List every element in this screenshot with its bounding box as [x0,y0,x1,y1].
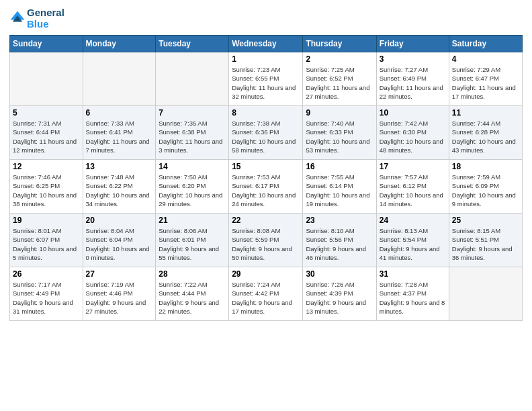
calendar-cell: 18Sunrise: 7:59 AMSunset: 6:09 PMDayligh… [449,160,522,214]
calendar-cell: 13Sunrise: 7:48 AMSunset: 6:22 PMDayligh… [83,160,156,214]
header: General Blue [9,7,523,30]
logo: General Blue [9,7,64,30]
calendar-cell: 3Sunrise: 7:27 AMSunset: 6:49 PMDaylight… [376,52,449,106]
day-number: 1 [232,54,300,64]
day-info: Sunrise: 7:28 AMSunset: 4:37 PMDaylight:… [380,280,446,316]
day-number: 2 [306,54,373,64]
day-number: 29 [232,269,300,279]
calendar-week-row: 19Sunrise: 8:01 AMSunset: 6:07 PMDayligh… [10,214,523,267]
calendar-cell: 25Sunrise: 8:15 AMSunset: 5:51 PMDayligh… [449,214,522,267]
day-number: 25 [452,216,519,225]
logo-icon [9,10,26,26]
day-number: 4 [452,54,519,64]
day-info: Sunrise: 7:53 AMSunset: 6:17 PMDaylight:… [232,173,300,208]
day-info: Sunrise: 7:44 AMSunset: 6:28 PMDaylight:… [452,119,519,154]
day-info: Sunrise: 7:55 AMSunset: 6:14 PMDaylight:… [306,173,373,208]
day-number: 12 [13,162,80,171]
calendar-cell: 16Sunrise: 7:55 AMSunset: 6:14 PMDayligh… [303,160,376,214]
day-info: Sunrise: 7:48 AMSunset: 6:22 PMDaylight:… [86,173,153,208]
calendar-cell [449,267,522,321]
day-number: 18 [452,162,519,171]
day-number: 28 [159,269,226,279]
day-info: Sunrise: 7:50 AMSunset: 6:20 PMDaylight:… [159,173,226,208]
calendar-week-row: 5Sunrise: 7:31 AMSunset: 6:44 PMDaylight… [10,106,523,160]
day-info: Sunrise: 7:27 AMSunset: 6:49 PMDaylight:… [380,65,446,101]
weekday-header-row: SundayMondayTuesdayWednesdayThursdayFrid… [10,36,523,52]
calendar-cell: 23Sunrise: 8:10 AMSunset: 5:56 PMDayligh… [303,214,376,267]
calendar-cell: 14Sunrise: 7:50 AMSunset: 6:20 PMDayligh… [156,160,229,214]
weekday-header-wednesday: Wednesday [229,36,303,52]
day-info: Sunrise: 7:25 AMSunset: 6:52 PMDaylight:… [306,65,373,101]
day-info: Sunrise: 7:22 AMSunset: 4:44 PMDaylight:… [159,280,226,316]
day-number: 13 [86,162,153,171]
day-info: Sunrise: 7:24 AMSunset: 4:42 PMDaylight:… [232,280,300,316]
day-number: 15 [232,162,300,171]
day-info: Sunrise: 7:38 AMSunset: 6:36 PMDaylight:… [232,119,300,154]
calendar-week-row: 12Sunrise: 7:46 AMSunset: 6:25 PMDayligh… [10,160,523,214]
calendar-cell: 28Sunrise: 7:22 AMSunset: 4:44 PMDayligh… [156,267,229,321]
day-number: 7 [159,108,226,118]
day-number: 31 [380,269,446,279]
day-number: 23 [306,216,373,225]
calendar-cell: 4Sunrise: 7:29 AMSunset: 6:47 PMDaylight… [449,52,522,106]
day-info: Sunrise: 7:19 AMSunset: 4:46 PMDaylight:… [86,280,153,316]
calendar-cell [156,52,229,106]
day-number: 11 [452,108,519,118]
calendar-cell: 11Sunrise: 7:44 AMSunset: 6:28 PMDayligh… [449,106,522,160]
weekday-header-friday: Friday [376,36,449,52]
day-info: Sunrise: 7:23 AMSunset: 6:55 PMDaylight:… [232,65,300,101]
day-info: Sunrise: 8:13 AMSunset: 5:54 PMDaylight:… [380,226,446,262]
day-info: Sunrise: 7:26 AMSunset: 4:39 PMDaylight:… [306,280,373,316]
calendar-cell: 21Sunrise: 8:06 AMSunset: 6:01 PMDayligh… [156,214,229,267]
day-number: 9 [306,108,373,118]
calendar-cell: 22Sunrise: 8:08 AMSunset: 5:59 PMDayligh… [229,214,303,267]
calendar-cell: 24Sunrise: 8:13 AMSunset: 5:54 PMDayligh… [376,214,449,267]
weekday-header-sunday: Sunday [10,36,83,52]
day-number: 6 [86,108,153,118]
day-number: 16 [306,162,373,171]
day-number: 10 [380,108,446,118]
calendar-cell: 30Sunrise: 7:26 AMSunset: 4:39 PMDayligh… [303,267,376,321]
logo-text: General Blue [27,7,64,30]
calendar-cell: 5Sunrise: 7:31 AMSunset: 6:44 PMDaylight… [10,106,83,160]
calendar-table: SundayMondayTuesdayWednesdayThursdayFrid… [9,35,523,321]
day-info: Sunrise: 7:59 AMSunset: 6:09 PMDaylight:… [452,173,519,208]
day-info: Sunrise: 7:42 AMSunset: 6:30 PMDaylight:… [380,119,446,154]
day-number: 20 [86,216,153,225]
calendar-cell: 15Sunrise: 7:53 AMSunset: 6:17 PMDayligh… [229,160,303,214]
calendar-cell: 1Sunrise: 7:23 AMSunset: 6:55 PMDaylight… [229,52,303,106]
calendar-cell [83,52,156,106]
weekday-header-saturday: Saturday [449,36,522,52]
calendar-page: General Blue SundayMondayTuesdayWednesda… [0,0,532,411]
day-number: 17 [380,162,446,171]
day-info: Sunrise: 7:35 AMSunset: 6:38 PMDaylight:… [159,119,226,154]
calendar-cell: 20Sunrise: 8:04 AMSunset: 6:04 PMDayligh… [83,214,156,267]
day-info: Sunrise: 8:04 AMSunset: 6:04 PMDaylight:… [86,226,153,262]
calendar-cell: 12Sunrise: 7:46 AMSunset: 6:25 PMDayligh… [10,160,83,214]
day-info: Sunrise: 8:15 AMSunset: 5:51 PMDaylight:… [452,226,519,262]
day-number: 24 [380,216,446,225]
calendar-cell: 2Sunrise: 7:25 AMSunset: 6:52 PMDaylight… [303,52,376,106]
day-number: 5 [13,108,80,118]
day-info: Sunrise: 7:29 AMSunset: 6:47 PMDaylight:… [452,65,519,101]
weekday-header-thursday: Thursday [303,36,376,52]
day-info: Sunrise: 7:17 AMSunset: 4:49 PMDaylight:… [13,280,80,316]
calendar-cell: 17Sunrise: 7:57 AMSunset: 6:12 PMDayligh… [376,160,449,214]
calendar-week-row: 1Sunrise: 7:23 AMSunset: 6:55 PMDaylight… [10,52,523,106]
calendar-cell: 31Sunrise: 7:28 AMSunset: 4:37 PMDayligh… [376,267,449,321]
calendar-cell: 10Sunrise: 7:42 AMSunset: 6:30 PMDayligh… [376,106,449,160]
calendar-cell: 19Sunrise: 8:01 AMSunset: 6:07 PMDayligh… [10,214,83,267]
day-number: 14 [159,162,226,171]
calendar-cell [10,52,83,106]
day-info: Sunrise: 7:40 AMSunset: 6:33 PMDaylight:… [306,119,373,154]
day-number: 26 [13,269,80,279]
calendar-cell: 27Sunrise: 7:19 AMSunset: 4:46 PMDayligh… [83,267,156,321]
day-info: Sunrise: 8:08 AMSunset: 5:59 PMDaylight:… [232,226,300,262]
day-info: Sunrise: 8:01 AMSunset: 6:07 PMDaylight:… [13,226,80,262]
day-number: 27 [86,269,153,279]
calendar-cell: 9Sunrise: 7:40 AMSunset: 6:33 PMDaylight… [303,106,376,160]
day-info: Sunrise: 8:06 AMSunset: 6:01 PMDaylight:… [159,226,226,262]
day-info: Sunrise: 7:33 AMSunset: 6:41 PMDaylight:… [86,119,153,154]
day-number: 8 [232,108,300,118]
day-info: Sunrise: 8:10 AMSunset: 5:56 PMDaylight:… [306,226,373,262]
